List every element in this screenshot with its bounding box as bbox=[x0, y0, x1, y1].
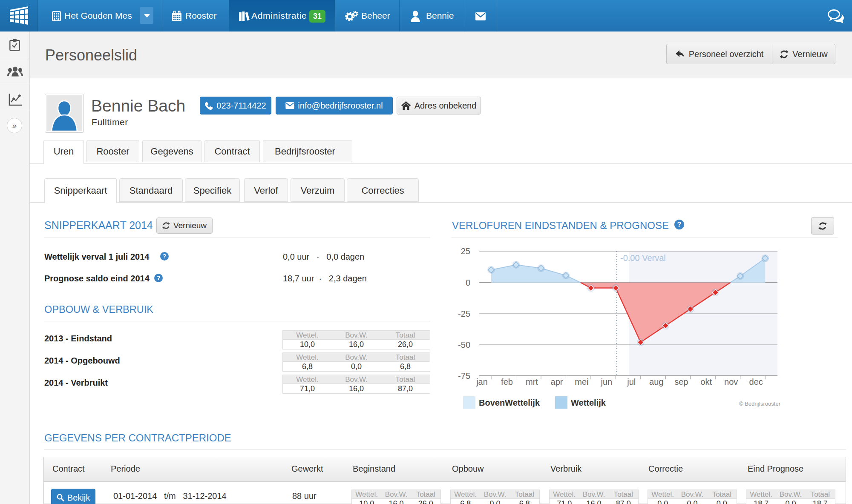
svg-text:nov: nov bbox=[724, 377, 738, 387]
svg-text:okt: okt bbox=[700, 377, 712, 387]
svg-text:-75: -75 bbox=[458, 371, 470, 381]
svg-text:25: 25 bbox=[461, 247, 470, 256]
svg-text:mei: mei bbox=[575, 377, 588, 387]
svg-text:0: 0 bbox=[466, 278, 470, 287]
svg-text:-50: -50 bbox=[458, 340, 470, 349]
svg-text:mrt: mrt bbox=[526, 377, 538, 387]
svg-text:feb: feb bbox=[501, 377, 513, 387]
svg-text:-0.00 Verval: -0.00 Verval bbox=[620, 253, 666, 263]
svg-text:aug: aug bbox=[649, 377, 663, 387]
svg-text:jun: jun bbox=[601, 377, 613, 387]
svg-text:jul: jul bbox=[627, 377, 636, 387]
svg-text:sep: sep bbox=[674, 377, 688, 387]
svg-text:apr: apr bbox=[551, 377, 563, 387]
svg-text:-25: -25 bbox=[458, 309, 470, 318]
svg-text:jan: jan bbox=[476, 377, 488, 387]
svg-text:dec: dec bbox=[749, 377, 763, 387]
